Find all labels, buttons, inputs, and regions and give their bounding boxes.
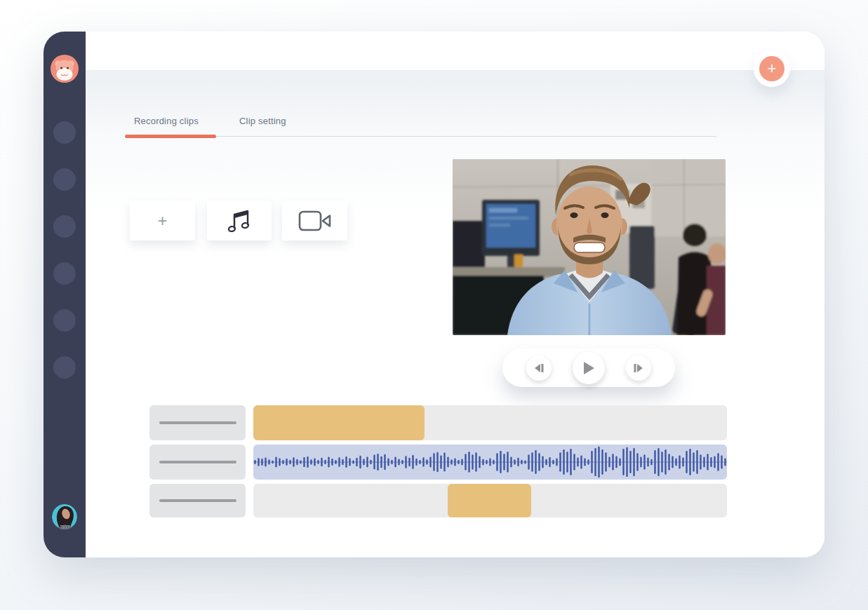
avatar-photo [52,504,77,529]
track-label-line [159,499,236,502]
page-background: + Recording clips Clip setting + [0,0,868,610]
floating-add-button-halo: + [754,50,790,87]
add-recording-button[interactable]: + [759,56,784,81]
play-button[interactable] [573,352,605,384]
add-music-button[interactable] [207,201,272,240]
add-video-button[interactable] [282,201,347,240]
audio-waveform-clip[interactable] [253,445,727,480]
skip-back-icon [533,363,545,373]
tab-recording-clips[interactable]: Recording clips [134,116,199,126]
sidebar-nav-item-5[interactable] [53,309,76,332]
add-clip-button[interactable]: + [130,201,195,240]
track-label-line [159,461,236,463]
video-preview-image [453,159,726,335]
top-bar [86,32,824,70]
app-window: + Recording clips Clip setting + [44,32,824,557]
track-label [149,405,246,440]
playback-controls [502,348,675,387]
overlay-clip[interactable] [448,484,531,517]
track-label-line [159,421,236,424]
video-preview [453,159,726,335]
previous-frame-button[interactable] [526,355,552,381]
sidebar-nav-item-6[interactable] [53,356,76,379]
sidebar-nav-item-4[interactable] [53,262,76,285]
video-camera-icon [298,210,332,231]
sidebar [44,32,86,557]
next-frame-button[interactable] [626,355,651,381]
sidebar-nav-item-1[interactable] [53,121,76,144]
app-logo[interactable] [51,55,79,83]
sidebar-nav-item-2[interactable] [53,168,76,191]
video-track-lane [253,405,727,440]
skip-forward-icon [633,363,644,373]
tab-clip-setting[interactable]: Clip setting [239,116,286,126]
play-icon [582,361,595,375]
track-label [149,484,246,517]
music-note-icon [227,208,251,233]
track-label [149,445,246,480]
sidebar-nav-item-3[interactable] [53,215,76,238]
video-clip[interactable] [253,405,425,440]
active-tab-indicator [125,135,216,138]
waveform-graphic [253,445,727,480]
monkey-logo-icon [51,55,79,83]
overlay-track-lane [253,484,727,517]
user-avatar[interactable] [52,504,77,529]
plus-icon: + [157,211,167,231]
